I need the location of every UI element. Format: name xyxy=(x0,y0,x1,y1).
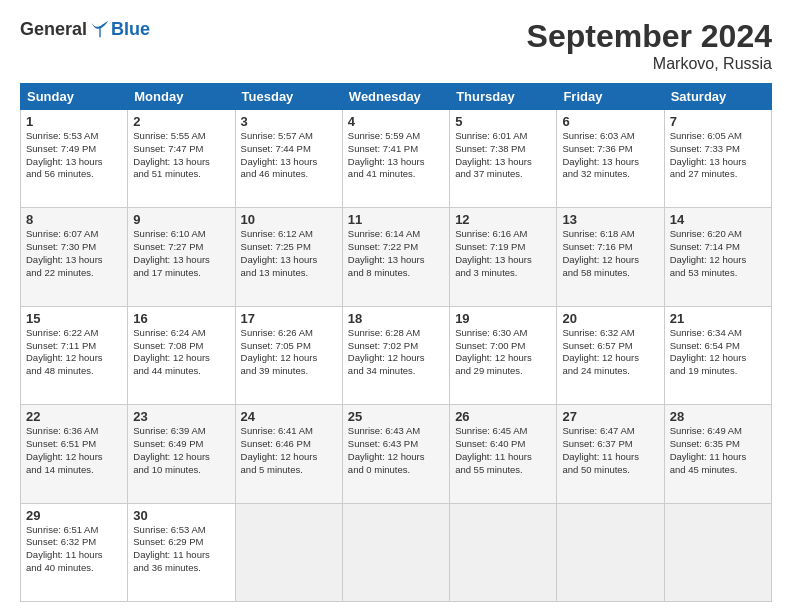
table-row: 18Sunrise: 6:28 AM Sunset: 7:02 PM Dayli… xyxy=(342,306,449,404)
day-number: 14 xyxy=(670,212,766,227)
day-number: 20 xyxy=(562,311,658,326)
day-number: 18 xyxy=(348,311,444,326)
day-number: 29 xyxy=(26,508,122,523)
day-info: Sunrise: 6:03 AM Sunset: 7:36 PM Dayligh… xyxy=(562,130,658,181)
day-info: Sunrise: 6:36 AM Sunset: 6:51 PM Dayligh… xyxy=(26,425,122,476)
table-row xyxy=(450,503,557,601)
table-row: 17Sunrise: 6:26 AM Sunset: 7:05 PM Dayli… xyxy=(235,306,342,404)
location: Markovo, Russia xyxy=(527,55,772,73)
day-info: Sunrise: 6:01 AM Sunset: 7:38 PM Dayligh… xyxy=(455,130,551,181)
title-section: September 2024 Markovo, Russia xyxy=(527,18,772,73)
calendar-week-row: 15Sunrise: 6:22 AM Sunset: 7:11 PM Dayli… xyxy=(21,306,772,404)
day-info: Sunrise: 6:10 AM Sunset: 7:27 PM Dayligh… xyxy=(133,228,229,279)
table-row: 5Sunrise: 6:01 AM Sunset: 7:38 PM Daylig… xyxy=(450,110,557,208)
header-thursday: Thursday xyxy=(450,84,557,110)
day-info: Sunrise: 6:26 AM Sunset: 7:05 PM Dayligh… xyxy=(241,327,337,378)
day-info: Sunrise: 6:16 AM Sunset: 7:19 PM Dayligh… xyxy=(455,228,551,279)
table-row: 29Sunrise: 6:51 AM Sunset: 6:32 PM Dayli… xyxy=(21,503,128,601)
table-row: 2Sunrise: 5:55 AM Sunset: 7:47 PM Daylig… xyxy=(128,110,235,208)
day-number: 24 xyxy=(241,409,337,424)
day-info: Sunrise: 5:59 AM Sunset: 7:41 PM Dayligh… xyxy=(348,130,444,181)
day-number: 8 xyxy=(26,212,122,227)
day-info: Sunrise: 6:45 AM Sunset: 6:40 PM Dayligh… xyxy=(455,425,551,476)
calendar-header-row: Sunday Monday Tuesday Wednesday Thursday… xyxy=(21,84,772,110)
table-row: 10Sunrise: 6:12 AM Sunset: 7:25 PM Dayli… xyxy=(235,208,342,306)
table-row: 15Sunrise: 6:22 AM Sunset: 7:11 PM Dayli… xyxy=(21,306,128,404)
day-number: 1 xyxy=(26,114,122,129)
day-info: Sunrise: 6:32 AM Sunset: 6:57 PM Dayligh… xyxy=(562,327,658,378)
day-number: 5 xyxy=(455,114,551,129)
table-row: 26Sunrise: 6:45 AM Sunset: 6:40 PM Dayli… xyxy=(450,405,557,503)
table-row: 7Sunrise: 6:05 AM Sunset: 7:33 PM Daylig… xyxy=(664,110,771,208)
header: General Blue September 2024 Markovo, Rus… xyxy=(20,18,772,73)
day-info: Sunrise: 6:43 AM Sunset: 6:43 PM Dayligh… xyxy=(348,425,444,476)
table-row xyxy=(235,503,342,601)
day-number: 2 xyxy=(133,114,229,129)
day-info: Sunrise: 6:28 AM Sunset: 7:02 PM Dayligh… xyxy=(348,327,444,378)
day-number: 28 xyxy=(670,409,766,424)
logo-blue-text: Blue xyxy=(111,19,150,40)
table-row: 30Sunrise: 6:53 AM Sunset: 6:29 PM Dayli… xyxy=(128,503,235,601)
table-row: 11Sunrise: 6:14 AM Sunset: 7:22 PM Dayli… xyxy=(342,208,449,306)
day-number: 17 xyxy=(241,311,337,326)
table-row: 22Sunrise: 6:36 AM Sunset: 6:51 PM Dayli… xyxy=(21,405,128,503)
table-row: 14Sunrise: 6:20 AM Sunset: 7:14 PM Dayli… xyxy=(664,208,771,306)
day-info: Sunrise: 6:49 AM Sunset: 6:35 PM Dayligh… xyxy=(670,425,766,476)
header-monday: Monday xyxy=(128,84,235,110)
table-row: 9Sunrise: 6:10 AM Sunset: 7:27 PM Daylig… xyxy=(128,208,235,306)
day-info: Sunrise: 5:55 AM Sunset: 7:47 PM Dayligh… xyxy=(133,130,229,181)
table-row: 1Sunrise: 5:53 AM Sunset: 7:49 PM Daylig… xyxy=(21,110,128,208)
table-row xyxy=(664,503,771,601)
table-row: 4Sunrise: 5:59 AM Sunset: 7:41 PM Daylig… xyxy=(342,110,449,208)
table-row: 20Sunrise: 6:32 AM Sunset: 6:57 PM Dayli… xyxy=(557,306,664,404)
day-info: Sunrise: 6:34 AM Sunset: 6:54 PM Dayligh… xyxy=(670,327,766,378)
table-row xyxy=(557,503,664,601)
day-info: Sunrise: 6:41 AM Sunset: 6:46 PM Dayligh… xyxy=(241,425,337,476)
calendar-week-row: 29Sunrise: 6:51 AM Sunset: 6:32 PM Dayli… xyxy=(21,503,772,601)
table-row xyxy=(342,503,449,601)
logo-bird-icon xyxy=(89,18,111,40)
day-info: Sunrise: 6:18 AM Sunset: 7:16 PM Dayligh… xyxy=(562,228,658,279)
table-row: 27Sunrise: 6:47 AM Sunset: 6:37 PM Dayli… xyxy=(557,405,664,503)
header-sunday: Sunday xyxy=(21,84,128,110)
table-row: 24Sunrise: 6:41 AM Sunset: 6:46 PM Dayli… xyxy=(235,405,342,503)
calendar-week-row: 1Sunrise: 5:53 AM Sunset: 7:49 PM Daylig… xyxy=(21,110,772,208)
day-info: Sunrise: 6:20 AM Sunset: 7:14 PM Dayligh… xyxy=(670,228,766,279)
calendar-week-row: 8Sunrise: 6:07 AM Sunset: 7:30 PM Daylig… xyxy=(21,208,772,306)
day-info: Sunrise: 6:14 AM Sunset: 7:22 PM Dayligh… xyxy=(348,228,444,279)
logo: General Blue xyxy=(20,18,150,40)
calendar-table: Sunday Monday Tuesday Wednesday Thursday… xyxy=(20,83,772,602)
day-number: 27 xyxy=(562,409,658,424)
header-tuesday: Tuesday xyxy=(235,84,342,110)
table-row: 8Sunrise: 6:07 AM Sunset: 7:30 PM Daylig… xyxy=(21,208,128,306)
day-number: 21 xyxy=(670,311,766,326)
header-saturday: Saturday xyxy=(664,84,771,110)
day-number: 7 xyxy=(670,114,766,129)
day-info: Sunrise: 6:24 AM Sunset: 7:08 PM Dayligh… xyxy=(133,327,229,378)
table-row: 16Sunrise: 6:24 AM Sunset: 7:08 PM Dayli… xyxy=(128,306,235,404)
day-number: 16 xyxy=(133,311,229,326)
day-number: 3 xyxy=(241,114,337,129)
day-number: 15 xyxy=(26,311,122,326)
table-row: 21Sunrise: 6:34 AM Sunset: 6:54 PM Dayli… xyxy=(664,306,771,404)
month-title: September 2024 xyxy=(527,18,772,55)
day-info: Sunrise: 6:22 AM Sunset: 7:11 PM Dayligh… xyxy=(26,327,122,378)
day-number: 10 xyxy=(241,212,337,227)
table-row: 25Sunrise: 6:43 AM Sunset: 6:43 PM Dayli… xyxy=(342,405,449,503)
day-number: 6 xyxy=(562,114,658,129)
table-row: 6Sunrise: 6:03 AM Sunset: 7:36 PM Daylig… xyxy=(557,110,664,208)
day-number: 11 xyxy=(348,212,444,227)
day-number: 9 xyxy=(133,212,229,227)
day-info: Sunrise: 6:05 AM Sunset: 7:33 PM Dayligh… xyxy=(670,130,766,181)
table-row: 19Sunrise: 6:30 AM Sunset: 7:00 PM Dayli… xyxy=(450,306,557,404)
day-number: 30 xyxy=(133,508,229,523)
logo-general-text: General xyxy=(20,19,87,40)
day-number: 4 xyxy=(348,114,444,129)
calendar-week-row: 22Sunrise: 6:36 AM Sunset: 6:51 PM Dayli… xyxy=(21,405,772,503)
table-row: 23Sunrise: 6:39 AM Sunset: 6:49 PM Dayli… xyxy=(128,405,235,503)
table-row: 12Sunrise: 6:16 AM Sunset: 7:19 PM Dayli… xyxy=(450,208,557,306)
day-info: Sunrise: 6:07 AM Sunset: 7:30 PM Dayligh… xyxy=(26,228,122,279)
day-number: 25 xyxy=(348,409,444,424)
day-info: Sunrise: 5:57 AM Sunset: 7:44 PM Dayligh… xyxy=(241,130,337,181)
day-info: Sunrise: 6:51 AM Sunset: 6:32 PM Dayligh… xyxy=(26,524,122,575)
